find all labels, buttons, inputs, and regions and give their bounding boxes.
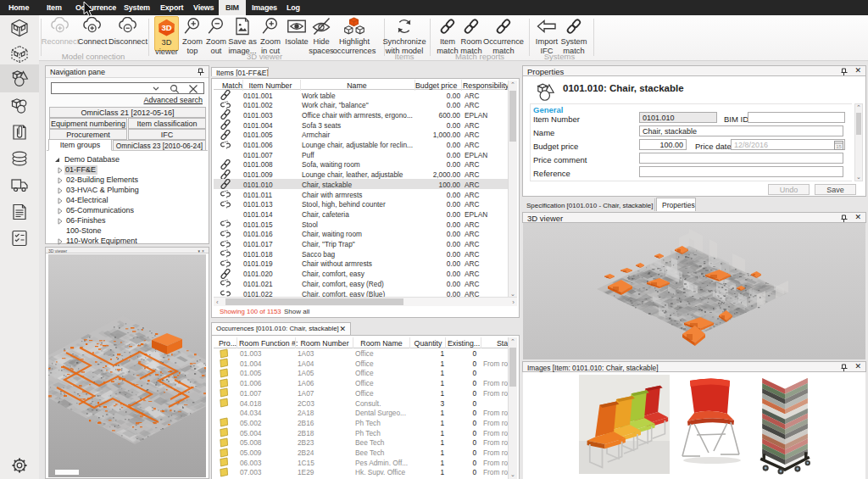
- svg-text:3D: 3D: [161, 23, 171, 32]
- svg-text:15: 15: [836, 144, 842, 149]
